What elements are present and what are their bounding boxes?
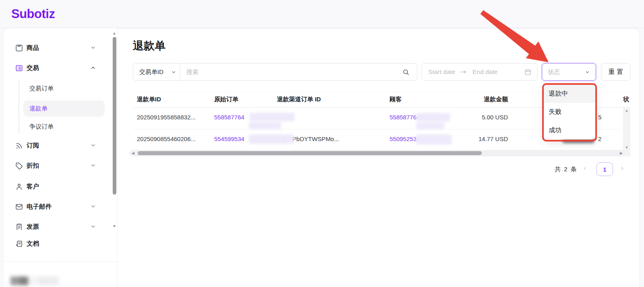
- sidebar-item-label: 文档: [27, 240, 39, 248]
- search-box[interactable]: 交易单ID 搜索: [133, 63, 417, 81]
- package-icon: [14, 43, 23, 52]
- sidebar-item-label: 发票: [27, 223, 39, 231]
- pagination-next-icon[interactable]: ›: [621, 164, 623, 172]
- sidebar-subitem-transaction-orders[interactable]: 交易订单: [0, 82, 114, 95]
- sidebar-scrollbar-down-arrow[interactable]: ▼: [111, 223, 118, 229]
- status-select[interactable]: 状态: [542, 63, 596, 81]
- cell-original-order-link[interactable]: 554599534: [214, 135, 244, 142]
- chevron-down-icon: [90, 203, 97, 210]
- cell-amount: 5.00 USD: [468, 114, 508, 121]
- status-option-refunding[interactable]: 退款中: [544, 85, 595, 103]
- chevron-down-icon: [90, 45, 97, 51]
- search-field-selector[interactable]: 交易单ID: [139, 68, 163, 76]
- sidebar-item-label: 交易: [27, 64, 39, 72]
- chevron-down-icon: [90, 162, 97, 169]
- sidebar-item-label: 客户: [27, 182, 39, 191]
- sidebar-subitem-disputes[interactable]: 争议订单: [0, 120, 114, 133]
- mail-icon: [14, 202, 23, 211]
- sidebar-item-products[interactable]: 商品: [0, 42, 114, 54]
- scroll-left-arrow[interactable]: ◀: [132, 150, 134, 156]
- pagination-prev-icon[interactable]: ‹: [584, 164, 586, 172]
- tag-icon: [14, 161, 23, 170]
- rss-icon: [14, 141, 23, 150]
- sidebar-scrollbar-up-arrow[interactable]: ▲: [111, 31, 118, 36]
- redacted-text: [416, 134, 452, 145]
- top-header: Subotiz: [0, 0, 644, 28]
- refunds-page: Subotiz 商品 交易 交易订单 退款单 争议订单 订阅: [0, 0, 644, 287]
- range-arrow-icon: [460, 69, 467, 75]
- pagination-total: 共 2 条: [555, 166, 578, 173]
- start-date-input[interactable]: Start date: [428, 68, 455, 76]
- chevron-down-icon: [90, 223, 97, 230]
- cell-customer-link[interactable]: 550952531: [390, 135, 420, 142]
- pagination-page-1[interactable]: 1: [597, 162, 613, 176]
- sidebar-item-label: 折扣: [27, 162, 39, 170]
- sidebar-item-label: 电子邮件: [27, 203, 52, 211]
- search-icon[interactable]: [402, 68, 410, 76]
- sidebar-scrollbar-thumb[interactable]: [113, 37, 116, 195]
- sidebar-subitem-label: 交易订单: [29, 85, 54, 92]
- sidebar-divider: [4, 261, 118, 262]
- status-select-label: 状态: [548, 68, 560, 76]
- horizontal-scrollbar-thumb[interactable]: [138, 151, 482, 155]
- sidebar-item-emails[interactable]: 电子邮件: [0, 201, 114, 213]
- sidebar-item-invoices[interactable]: 发票: [0, 221, 114, 233]
- status-option-success[interactable]: 成功: [544, 121, 595, 139]
- cell-refund-id: 2025090855460206...: [137, 135, 196, 142]
- redacted-text: [249, 134, 294, 144]
- sidebar-item-discounts[interactable]: 折扣: [0, 160, 114, 172]
- sidebar-item-label: 商品: [27, 44, 39, 52]
- divider: [180, 64, 180, 80]
- cell-date-fragment: 2: [598, 135, 601, 142]
- col-header-status-clipped: 状: [623, 96, 629, 103]
- cell-customer-link[interactable]: 558587764: [390, 114, 420, 121]
- user-icon: [14, 182, 23, 191]
- end-date-input[interactable]: End date: [473, 68, 497, 76]
- transactions-icon: [14, 64, 23, 72]
- search-input[interactable]: 搜索: [186, 68, 198, 76]
- page-title: 退款单: [133, 39, 165, 53]
- sidebar-subitem-refunds[interactable]: 退款单: [0, 102, 114, 115]
- cell-amount: 14.77 USD: [468, 135, 508, 142]
- cell-date-fragment: 5: [598, 114, 601, 121]
- chevron-down-icon: [90, 142, 97, 149]
- status-option-failed[interactable]: 失败: [544, 103, 595, 121]
- col-header-original-order: 原始订单: [214, 96, 238, 103]
- redacted-text: [249, 122, 281, 129]
- redacted-text: [416, 113, 450, 122]
- col-header-customer: 顾客: [390, 96, 402, 103]
- chevron-up-icon: [90, 65, 97, 71]
- redacted-text: [250, 113, 295, 121]
- col-header-channel-order-id: 退款渠道订单 ID: [277, 96, 321, 103]
- sidebar-item-transactions[interactable]: 交易: [0, 62, 114, 74]
- doc-icon: [14, 239, 23, 248]
- sidebar-subitem-label: 争议订单: [29, 123, 54, 131]
- brand-logo[interactable]: Subotiz: [11, 7, 55, 21]
- reset-button[interactable]: 重 置: [601, 63, 631, 81]
- sidebar-subitem-label: 退款单: [29, 105, 47, 113]
- col-header-amount: 退款金额: [476, 96, 508, 103]
- redacted-text: [416, 122, 444, 129]
- scroll-down-arrow[interactable]: ▼: [624, 146, 629, 150]
- chevron-down-icon[interactable]: [171, 70, 176, 75]
- invoice-icon: [14, 222, 23, 231]
- chevron-down-icon: [585, 70, 590, 75]
- status-dropdown-menu: 退款中 失败 成功: [544, 85, 595, 139]
- sidebar-item-customers[interactable]: 客户: [0, 180, 114, 193]
- scroll-right-arrow[interactable]: ▶: [620, 150, 623, 156]
- date-range-picker[interactable]: Start date End date: [421, 63, 538, 81]
- sidebar-item-docs[interactable]: 文档: [0, 238, 114, 250]
- avatar[interactable]: [10, 264, 59, 285]
- cell-refund-id: 2025091955858832...: [137, 114, 196, 121]
- calendar-icon[interactable]: [524, 68, 532, 76]
- sidebar-item-label: 订阅: [27, 141, 39, 150]
- col-header-refund-id: 退款单ID: [137, 96, 161, 103]
- cell-original-order-link[interactable]: 558587764: [214, 114, 244, 121]
- sidebar-item-subscriptions[interactable]: 订阅: [0, 139, 114, 152]
- scroll-up-arrow[interactable]: ▲: [624, 109, 629, 113]
